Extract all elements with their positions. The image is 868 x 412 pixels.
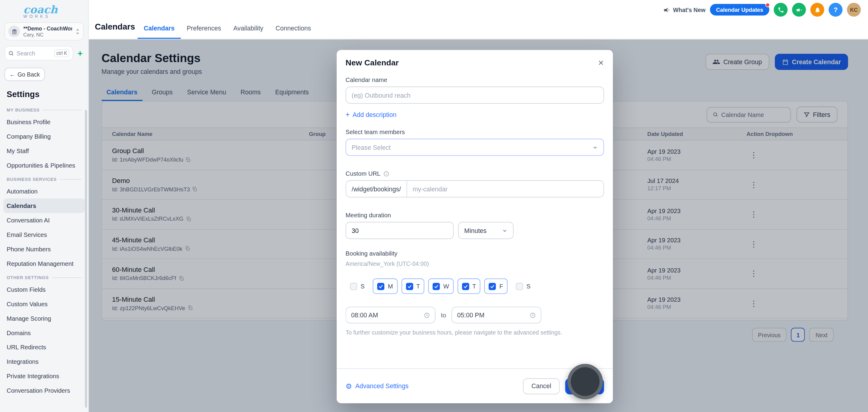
sidebar-item-email-services[interactable]: Email Services	[3, 227, 85, 242]
whats-new-label: What's New	[673, 6, 706, 13]
end-time-input[interactable]	[452, 307, 541, 323]
checkbox-unchecked-icon	[350, 283, 357, 290]
sidebar-scrollbar[interactable]	[85, 110, 87, 408]
topbar-title: Calendars	[95, 22, 135, 31]
modal-title: New Calendar	[346, 58, 399, 67]
notification-dot	[766, 3, 770, 7]
sidebar-item-manage-scoring[interactable]: Manage Scoring	[3, 311, 85, 325]
meeting-duration-label: Meeting duration	[346, 212, 604, 219]
advanced-settings-link[interactable]: ⚙ Advanced Settings	[346, 382, 409, 390]
search-icon	[8, 50, 14, 56]
account-avatar-icon	[8, 26, 20, 37]
sidebar-item-reputation-management[interactable]: Reputation Management	[3, 256, 85, 271]
sidebar-item-integrations[interactable]: Integrations	[3, 354, 85, 369]
plus-icon: +	[346, 111, 350, 118]
help-button[interactable]: ?	[829, 3, 842, 17]
section-label-other-settings: OTHER SETTINGS	[7, 275, 49, 280]
day-checkbox-friday[interactable]: F	[484, 279, 507, 294]
day-checkbox-wednesday[interactable]: W	[428, 279, 454, 294]
tab-connections[interactable]: Connections	[270, 18, 317, 39]
close-icon[interactable]: ✕	[598, 59, 604, 66]
sidebar-item-business-profile[interactable]: Business Profile	[3, 115, 85, 129]
sidebar-item-company-billing[interactable]: Company Billing	[3, 129, 85, 144]
tab-calendars[interactable]: Calendars	[137, 18, 181, 39]
day-checkbox-monday[interactable]: M	[373, 279, 397, 294]
weekday-picker: S M T W T F S	[346, 279, 604, 294]
day-checkbox-tuesday[interactable]: T	[401, 279, 424, 294]
search-shortcut-badge: ctrl K	[54, 50, 69, 57]
chevron-updown-icon	[75, 27, 80, 35]
add-description-label: Add description	[352, 111, 397, 118]
topbar: Calendars Calendars Preferences Availabi…	[89, 0, 868, 39]
section-label-my-business: MY BUSINESS	[7, 107, 39, 113]
calendar-name-input[interactable]	[346, 87, 604, 104]
speaker-icon	[796, 6, 802, 13]
tab-availability[interactable]: Availability	[227, 18, 270, 39]
meeting-duration-input[interactable]	[346, 222, 454, 239]
business-hours-row: to	[346, 307, 604, 323]
end-time-value[interactable]	[457, 312, 527, 318]
sidebar-item-automation[interactable]: Automation	[3, 184, 85, 199]
user-avatar[interactable]: KC	[847, 3, 861, 17]
sidebar-item-custom-fields[interactable]: Custom Fields	[3, 282, 85, 297]
checkbox-checked-icon	[489, 283, 496, 290]
cancel-button[interactable]: Cancel	[523, 378, 560, 394]
sidebar-item-calendars[interactable]: Calendars	[3, 199, 85, 213]
start-time-input[interactable]	[346, 307, 435, 323]
megaphone-icon	[664, 6, 670, 13]
clock-icon	[530, 312, 536, 318]
calendar-updates-button[interactable]: Calendar Updates	[710, 4, 770, 16]
duration-unit-select[interactable]: Minutes	[458, 222, 514, 239]
phone-button[interactable]	[774, 3, 787, 17]
sidebar-item-url-redirects[interactable]: URL Redirects	[3, 340, 85, 354]
click-indicator	[567, 364, 603, 399]
sidebar-item-conversation-ai[interactable]: Conversation AI	[3, 213, 85, 227]
team-members-placeholder: Please Select	[352, 144, 391, 151]
sidebar-item-phone-numbers[interactable]: Phone Numbers	[3, 242, 85, 256]
account-name: **Demo - CoachWor...	[23, 25, 72, 31]
tab-preferences[interactable]: Preferences	[181, 18, 227, 39]
checkbox-checked-icon	[406, 283, 413, 290]
go-back-button[interactable]: ← Go Back	[4, 68, 45, 81]
add-description-link[interactable]: + Add description	[346, 111, 397, 118]
sidebar-item-custom-values[interactable]: Custom Values	[3, 297, 85, 311]
chevron-down-icon	[502, 227, 507, 233]
gear-icon: ⚙	[346, 382, 352, 390]
sidebar-item-private-integrations[interactable]: Private Integrations	[3, 369, 85, 383]
info-icon	[383, 170, 390, 177]
duration-unit-value: Minutes	[464, 227, 487, 234]
team-members-select[interactable]: Please Select	[346, 139, 604, 156]
arrow-left-icon: ←	[9, 71, 15, 78]
new-calendar-modal: New Calendar ✕ Calendar name + Add descr…	[337, 50, 613, 403]
sidebar-search-input[interactable]: Search ctrl K	[4, 46, 73, 61]
sidebar-item-opportunities-pipelines[interactable]: Opportunities & Pipelines	[3, 158, 85, 172]
advanced-settings-label: Advanced Settings	[355, 383, 408, 389]
brand-logo-script: coach	[23, 4, 88, 15]
start-time-value[interactable]	[351, 312, 421, 318]
whats-new-link[interactable]: What's New	[664, 6, 706, 13]
custom-url-label: Custom URL	[346, 170, 381, 177]
custom-url-input[interactable]	[407, 181, 604, 197]
chevron-down-icon	[592, 145, 598, 150]
settings-title: Settings	[7, 89, 88, 99]
day-checkbox-thursday[interactable]: T	[458, 279, 481, 294]
sidebar-item-my-staff[interactable]: My Staff	[3, 144, 85, 158]
brand-logo: coach WORKS	[0, 0, 88, 19]
account-location: Cary, NC	[23, 32, 72, 37]
calendar-updates-label: Calendar Updates	[716, 7, 763, 13]
account-switcher[interactable]: **Demo - CoachWor... Cary, NC	[4, 22, 84, 41]
timezone-text: America/New_York (UTC-04:00)	[346, 260, 604, 267]
checkbox-checked-icon	[433, 283, 440, 290]
checkbox-unchecked-icon	[516, 283, 523, 290]
sidebar-item-domains[interactable]: Domains	[3, 325, 85, 340]
announcements-button[interactable]	[792, 3, 806, 17]
day-checkbox-sunday[interactable]: S	[346, 279, 369, 294]
ai-spark-icon[interactable]	[76, 50, 84, 57]
sidebar-item-conversation-providers[interactable]: Conversation Providers	[3, 383, 85, 398]
availability-note: To further customize your business hours…	[346, 329, 604, 336]
notifications-button[interactable]	[810, 3, 824, 17]
section-label-business-services: BUSINESS SERVICES	[7, 177, 57, 182]
day-checkbox-saturday[interactable]: S	[512, 279, 535, 294]
settings-sidebar: coach WORKS **Demo - CoachWor... Cary, N…	[0, 0, 89, 412]
app-root: coach WORKS **Demo - CoachWor... Cary, N…	[0, 0, 868, 412]
